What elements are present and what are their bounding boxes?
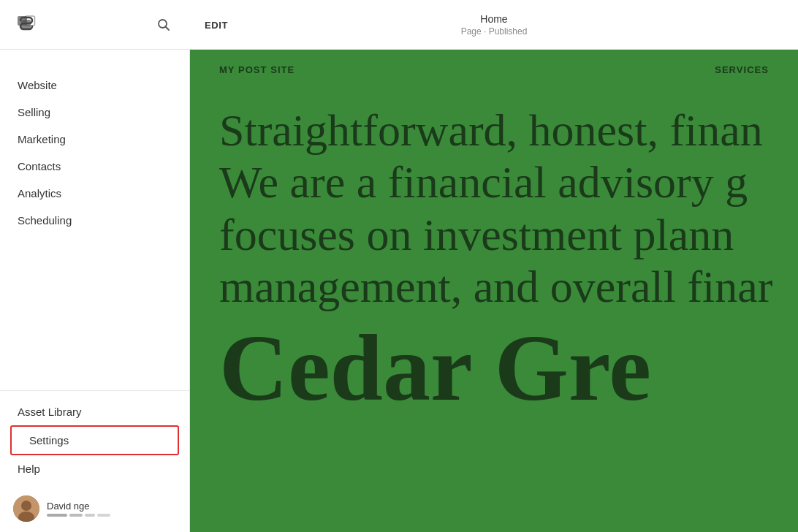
sidebar-user[interactable]: David nge xyxy=(0,485,189,532)
preview-pane: MY POST SITE SERVICES Straightforward, h… xyxy=(190,50,798,532)
top-bar-center: Home Page · Published xyxy=(190,12,798,36)
main-content: Website Selling Marketing Contacts Analy… xyxy=(0,50,798,532)
bar-segment-4 xyxy=(97,514,110,517)
page-title: Home xyxy=(480,12,507,26)
hero-large-text: Cedar Gre xyxy=(219,320,769,415)
search-button[interactable] xyxy=(152,13,175,37)
hero-headline-4: management, and overall finar xyxy=(219,261,769,313)
page-subtitle: Page · Published xyxy=(461,26,528,37)
sidebar-nav: Website Selling Marketing Contacts Analy… xyxy=(0,64,189,383)
site-name: MY POST SITE xyxy=(219,64,294,75)
sidebar-item-analytics[interactable]: Analytics xyxy=(0,180,189,207)
top-bar-left xyxy=(0,12,190,38)
user-name: David nge xyxy=(47,501,110,512)
user-progress-bar xyxy=(47,514,110,517)
sidebar-item-settings[interactable]: Settings xyxy=(10,425,179,455)
bar-segment-3 xyxy=(85,514,95,517)
sidebar-item-marketing[interactable]: Marketing xyxy=(0,126,189,153)
user-info: David nge xyxy=(47,501,110,517)
edit-label[interactable]: EDIT xyxy=(205,19,228,30)
preview-site-header: MY POST SITE SERVICES xyxy=(190,50,798,90)
top-bar: EDIT Home Page · Published xyxy=(0,0,798,50)
sidebar-item-asset-library[interactable]: Asset Library xyxy=(0,398,189,425)
svg-rect-2 xyxy=(21,20,31,29)
sidebar: Website Selling Marketing Contacts Analy… xyxy=(0,50,190,532)
avatar xyxy=(13,495,39,522)
svg-point-7 xyxy=(21,501,31,511)
site-nav: SERVICES xyxy=(715,64,769,75)
avatar-image xyxy=(13,495,39,522)
svg-line-5 xyxy=(166,26,170,30)
squarespace-logo[interactable] xyxy=(13,12,39,38)
sidebar-item-contacts[interactable]: Contacts xyxy=(0,153,189,180)
hero-headline-3: focuses on investment plann xyxy=(219,209,769,261)
bar-segment-2 xyxy=(69,514,83,517)
hero-headline-2: We are a financial advisory g xyxy=(219,156,769,208)
sidebar-item-scheduling[interactable]: Scheduling xyxy=(0,207,189,234)
sidebar-item-website[interactable]: Website xyxy=(0,72,189,99)
sidebar-item-help[interactable]: Help xyxy=(0,455,189,482)
sidebar-bottom: Asset Library Settings Help xyxy=(0,390,189,482)
preview-hero: Straightforward, honest, finan We are a … xyxy=(190,90,798,415)
sidebar-item-selling[interactable]: Selling xyxy=(0,99,189,126)
hero-headline-1: Straightforward, honest, finan xyxy=(219,104,769,156)
bar-segment-1 xyxy=(47,514,67,517)
